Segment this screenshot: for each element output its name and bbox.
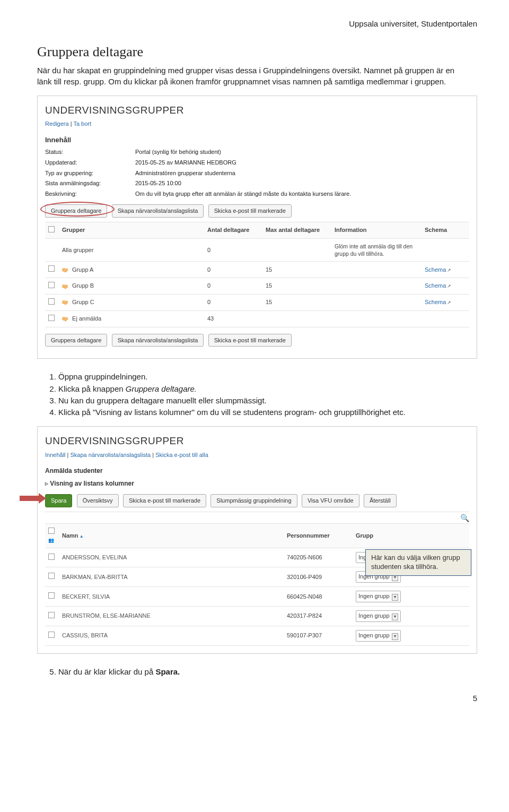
row-checkbox[interactable] — [48, 554, 55, 560]
step-1: Öppna gruppindelningen. — [58, 372, 477, 382]
ss2-linkrow: Innehåll | Skapa närvarolista/anslagslis… — [45, 451, 469, 459]
col-grupp[interactable]: Grupp — [353, 523, 469, 548]
group-dropdown[interactable]: Ingen grupp▾ — [356, 591, 401, 602]
student-name: ANDERSSON, EVELINA — [59, 548, 284, 567]
col-namn[interactable]: Namn — [59, 523, 284, 548]
count-cell: 0 — [204, 294, 262, 310]
row-checkbox[interactable] — [48, 612, 55, 618]
meta-row: Beskrivning:Om du vill byta grupp efter … — [45, 190, 469, 198]
count-cell: 43 — [204, 310, 262, 327]
student-name: BARKMAN, EVA-BRITTA — [59, 567, 284, 587]
schema-link[interactable]: Schema — [425, 282, 451, 289]
meta-label: Status: — [45, 148, 135, 156]
max-cell: 15 — [262, 278, 331, 294]
group-name[interactable]: Ej anmälda — [72, 315, 101, 322]
group-dropdown[interactable]: Ingen grupp▾ — [356, 610, 401, 622]
count-cell: 0 — [204, 278, 262, 294]
ss1-title: UNDERVISNINGSGRUPPER — [45, 103, 469, 117]
col-max: Max antal deltagare — [262, 222, 331, 238]
col-schema: Schema — [422, 222, 469, 238]
intro-paragraph: När du har skapat en gruppindelning med … — [37, 65, 467, 87]
meta-value: 2015-05-25 av MARIANNE HEDBORG — [135, 159, 469, 167]
btn-gruppera-deltagare[interactable]: Gruppera deltagare — [45, 204, 107, 218]
student-name: BRUNSTRÖM, ELSE-MARIANNE — [59, 607, 284, 626]
link-skicka-epost-alla[interactable]: Skicka e-post till alla — [155, 452, 208, 458]
info-cell — [331, 278, 422, 294]
col-info: Information — [331, 222, 422, 238]
meta-label: Typ av gruppering: — [45, 169, 135, 177]
student-pnr: 590107-P307 — [284, 626, 353, 645]
row-checkbox[interactable] — [48, 298, 55, 305]
row-checkbox[interactable] — [48, 573, 55, 579]
callout-box: Här kan du välja vilken grupp studenten … — [365, 549, 471, 576]
ss2-visning-expander[interactable]: Visning av listans kolumner — [45, 479, 469, 488]
group-icon[interactable] — [62, 316, 69, 322]
btn-gruppera-deltagare-2[interactable]: Gruppera deltagare — [45, 334, 107, 347]
group-name[interactable]: Grupp C — [72, 299, 94, 305]
ss1-table: Grupper Antal deltagare Max antal deltag… — [45, 222, 469, 327]
table-row: Grupp B015Schema — [45, 278, 469, 294]
step-5: När du är klar klickar du på Spara. — [58, 667, 477, 677]
btn-visa-vfu[interactable]: Visa VFU område — [302, 494, 359, 507]
meta-row: Status:Portal (synlig för behörig studen… — [45, 148, 469, 156]
student-name: CASSIUS, BRITA — [59, 626, 284, 645]
count-cell: 0 — [204, 238, 262, 261]
group-name[interactable]: Grupp B — [72, 282, 94, 289]
step-4: Klicka på "Visning av listans kolumner" … — [58, 407, 477, 418]
btn-skicka-epost-2[interactable]: Skicka e-post till markerade — [208, 334, 292, 347]
header-right: Uppsala universitet, Studentportalen — [37, 19, 477, 29]
group-icon[interactable] — [62, 284, 69, 289]
col-grupper: Grupper — [59, 222, 204, 238]
group-icon[interactable] — [62, 300, 69, 305]
meta-value: 2015-05-25 10:00 — [135, 179, 469, 187]
arrow-indicator — [20, 494, 46, 503]
meta-label: Sista anmälningsdag: — [45, 179, 135, 187]
btn-aterstall[interactable]: Återställ — [364, 494, 397, 507]
schema-link[interactable]: Schema — [425, 299, 451, 305]
btn-skapa-narvarolista-2[interactable]: Skapa närvarolista/anslagslista — [112, 334, 204, 347]
row-checkbox[interactable] — [48, 632, 55, 638]
group-name[interactable]: Alla grupper — [62, 247, 93, 253]
checkbox-all[interactable] — [48, 226, 55, 232]
link-skapa-narvarolista[interactable]: Skapa närvarolista/anslagslista — [71, 452, 151, 458]
btn-skapa-narvarolista[interactable]: Skapa närvarolista/anslagslista — [112, 204, 204, 218]
ss2-table: 👥 Namn Personnummer Grupp ANDERSSON, EVE… — [45, 523, 469, 646]
btn-spara[interactable]: Spara — [45, 494, 72, 507]
row-checkbox[interactable] — [48, 592, 55, 599]
page-title: Gruppera deltagare — [37, 42, 477, 61]
row-checkbox[interactable] — [48, 315, 55, 321]
group-icon[interactable] — [62, 267, 69, 273]
info-cell: Glöm inte att anmäla dig till den grupp … — [331, 238, 422, 261]
max-cell: 15 — [262, 262, 331, 278]
max-cell — [262, 310, 331, 327]
btn-skicka-markerade[interactable]: Skicka e-post till markerade — [123, 494, 206, 507]
ss1-linkrow: Redigera | Ta bort — [45, 120, 469, 128]
col-antal: Antal deltagare — [204, 222, 262, 238]
checkbox-all-2[interactable] — [48, 528, 55, 534]
btn-oversiktsvy[interactable]: Översiktsvy — [77, 494, 119, 507]
group-name[interactable]: Grupp A — [72, 266, 93, 273]
btn-skicka-epost[interactable]: Skicka e-post till markerade — [208, 204, 292, 218]
student-pnr: 420317-P824 — [284, 607, 353, 626]
link-redigera[interactable]: Redigera — [45, 120, 69, 127]
link-innehall[interactable]: Innehåll — [45, 452, 66, 458]
step-2: Klicka på knappen Gruppera deltagare. — [58, 384, 477, 394]
chevron-down-icon: ▾ — [392, 614, 398, 620]
group-dropdown[interactable]: Ingen grupp▾ — [356, 630, 401, 642]
btn-slumpmassig[interactable]: Slumpmässig gruppindelning — [210, 494, 297, 507]
screenshot-1: UNDERVISNINGSGRUPPER Redigera | Ta bort … — [37, 96, 477, 359]
ss2-title: UNDERVISNINGSGRUPPER — [45, 434, 469, 448]
meta-label: Beskrivning: — [45, 190, 135, 198]
link-tabort[interactable]: Ta bort — [73, 120, 91, 127]
meta-value: Administratören grupperar studenterna — [135, 169, 469, 177]
row-checkbox[interactable] — [48, 282, 55, 288]
row-checkbox[interactable] — [48, 265, 55, 272]
step-3: Nu kan du gruppera deltagare manuellt el… — [58, 395, 477, 406]
info-cell — [331, 310, 422, 327]
student-pnr: 320106-P409 — [284, 567, 353, 587]
table-row: Grupp A015Schema — [45, 262, 469, 278]
schema-link[interactable]: Schema — [425, 266, 451, 273]
meta-value: Om du vill byta grupp efter att anmälan … — [135, 190, 469, 198]
col-personnummer[interactable]: Personnummer — [284, 523, 353, 548]
table-row: CASSIUS, BRITA590107-P307Ingen grupp▾ — [45, 626, 469, 645]
